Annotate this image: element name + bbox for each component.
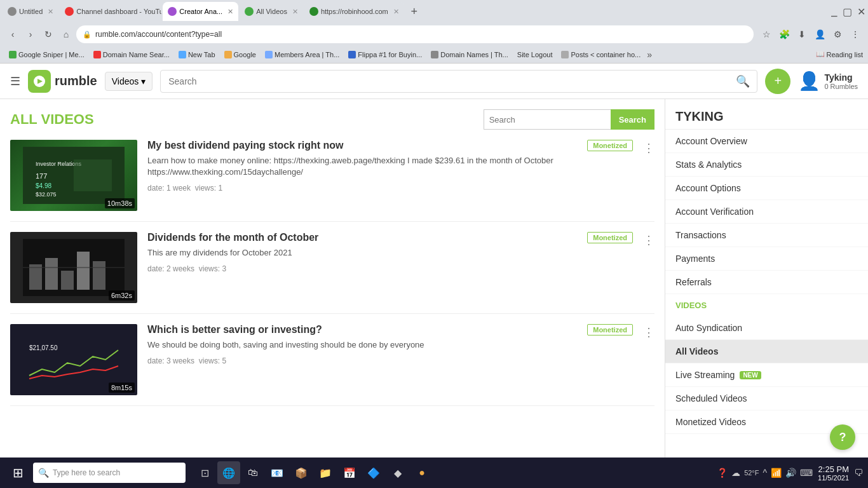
sidebar-item-account-overview[interactable]: Account Overview (665, 130, 868, 153)
video-title-2[interactable]: Dividends for the month of October (147, 232, 318, 243)
forward-button[interactable]: › (23, 27, 38, 42)
main-layout: ALL VIDEOS Search Investor Relations 177… (0, 99, 868, 488)
tab-close-creator[interactable]: ✕ (227, 8, 233, 16)
tab-close-robinhood[interactable]: ✕ (393, 8, 399, 16)
tab-robinhood[interactable]: https://robinhood.com ✕ (304, 2, 404, 21)
video-more-icon-3[interactable]: ⋮ (643, 327, 654, 338)
tab-creator-analytics[interactable]: Creator Ana... ✕ (163, 2, 238, 21)
notification-icon[interactable]: 🗨 (854, 468, 863, 478)
tab-untitled[interactable]: Untitled ✕ (3, 2, 58, 21)
volume-icon[interactable]: 🔊 (785, 468, 796, 478)
window-controls: ⎯ ▢ ✕ (831, 6, 865, 18)
taskbar-search[interactable]: 🔍 Type here to search (33, 463, 186, 483)
download-icon[interactable]: ⬇ (794, 27, 810, 42)
main-search-button[interactable]: 🔍 (729, 70, 757, 93)
extensions-icon[interactable]: 🧩 (776, 27, 792, 42)
upload-button[interactable]: + (765, 69, 790, 94)
windows-icon: ⊞ (13, 465, 24, 480)
tab-close-untitled[interactable]: ✕ (48, 8, 53, 16)
tab-close-all-videos[interactable]: ✕ (292, 8, 298, 16)
video-meta-2: date: 2 weeks views: 3 (147, 264, 226, 273)
taskbar-mail[interactable]: 📧 (266, 461, 288, 484)
taskbar-store[interactable]: 🛍 (241, 461, 264, 484)
video-thumbnail-1[interactable]: Investor Relations 177 $4.98 $32.075 10m… (10, 140, 137, 211)
more-icon[interactable]: ⋮ (848, 27, 863, 42)
home-button[interactable]: ⌂ (58, 27, 74, 42)
url-bar[interactable]: 🔒 rumble.com/account/content?type=all (76, 25, 754, 43)
taskbar-app-unknown2[interactable]: ◆ (386, 461, 409, 484)
bookmark-flippa[interactable]: Flippa #1 for Buyin... (344, 50, 426, 60)
sidebar-item-account-options[interactable]: Account Options (665, 177, 868, 200)
bookmark-site-logout[interactable]: Site Logout (513, 50, 557, 60)
taskbar-edge-browser[interactable]: 🌐 (217, 461, 240, 484)
bookmark-new-tab[interactable]: New Tab (175, 50, 219, 60)
video-card-2: 6m32s Dividends for the month of October… (10, 232, 654, 314)
keyboard-icon[interactable]: ⌨ (800, 468, 813, 478)
bookmark-google-sniper[interactable]: Google Sniper | Me... (5, 50, 88, 60)
network-icon[interactable]: 📶 (771, 468, 782, 478)
videos-dropdown[interactable]: Videos ▾ (105, 72, 153, 91)
settings-icon[interactable]: ⚙ (830, 27, 845, 42)
bookmark-domain-name[interactable]: Domain Name Sear... (90, 50, 173, 60)
taskbar-chrome[interactable]: ● (410, 461, 433, 484)
bookmark-star-icon[interactable]: ☆ (759, 27, 774, 42)
taskbar-app-unknown1[interactable]: 🔷 (362, 461, 385, 484)
sidebar-item-referrals[interactable]: Referrals (665, 271, 868, 294)
user-info[interactable]: 👤 Tyking 0 Rumbles (798, 71, 858, 92)
tab-all-videos[interactable]: All Videos ✕ (240, 2, 303, 21)
bookmark-members-area[interactable]: Members Area | Th... (261, 50, 343, 60)
browser-tab-bar: Untitled ✕ Channel dashboard - YouTu... … (0, 0, 868, 23)
video-thumbnail-3[interactable]: $21,07.50 8m15s (10, 324, 137, 395)
user-text: Tyking 0 Rumbles (824, 72, 858, 90)
start-button[interactable]: ⊞ (5, 460, 31, 485)
video-more-icon-2[interactable]: ⋮ (643, 234, 654, 246)
refresh-button[interactable]: ↻ (41, 27, 56, 42)
svg-text:$32.075: $32.075 (36, 191, 57, 198)
sidebar-item-all-videos[interactable]: All Videos (665, 340, 868, 363)
taskbar-dropbox[interactable]: 📦 (290, 461, 313, 484)
tab-youtube[interactable]: Channel dashboard - YouTu... ✕ (60, 2, 161, 21)
rumble-logo[interactable]: rumble (28, 70, 97, 93)
browser-actions: ☆ 🧩 ⬇ 👤 ⚙ ⋮ (759, 27, 863, 42)
main-search-bar[interactable]: 🔍 (160, 70, 757, 93)
maximize-btn[interactable]: ▢ (843, 6, 852, 18)
bookmark-google[interactable]: Google (220, 50, 260, 60)
back-button[interactable]: ‹ (5, 27, 20, 42)
bookmark-domain-names[interactable]: Domain Names | Th... (427, 50, 512, 60)
video-search-input[interactable] (484, 109, 611, 130)
chevron-up-icon[interactable]: ^ (763, 468, 767, 478)
main-search-input[interactable] (161, 76, 729, 86)
sidebar-item-account-verification[interactable]: Account Verification (665, 200, 868, 224)
minimize-btn[interactable]: ⎯ (831, 6, 837, 17)
close-btn[interactable]: ✕ (857, 6, 865, 18)
taskbar-task-view[interactable]: ⊡ (193, 461, 216, 484)
video-thumbnail-2[interactable]: 6m32s (10, 232, 137, 303)
video-search-bar: Search (484, 109, 654, 130)
video-desc-2: This are my dividends for October 2021 (147, 247, 633, 259)
bookmark-posts[interactable]: Posts < container ho... (557, 50, 644, 60)
video-title-1[interactable]: My best dividend paying stock right now (147, 140, 343, 151)
taskbar-pinned-apps: ⊡ 🌐 🛍 📧 📦 📁 📅 🔷 ◆ ● (193, 461, 433, 484)
reading-list-button[interactable]: 📖 Reading list (816, 50, 863, 58)
weather-icon[interactable]: ☁ (731, 468, 740, 478)
system-tray: ❓ ☁ 52°F ^ 📶 🔊 ⌨ (717, 468, 813, 478)
video-search-button[interactable]: Search (611, 109, 654, 130)
help-tray-icon[interactable]: ❓ (717, 468, 728, 478)
bookmarks-more-icon[interactable]: » (647, 50, 652, 60)
taskbar-calendar[interactable]: 📅 (338, 461, 361, 484)
help-button[interactable]: ? (830, 424, 855, 450)
hamburger-menu[interactable]: ☰ (10, 74, 20, 88)
sidebar-videos-menu: Auto Syndication All Videos Live Streami… (665, 316, 868, 434)
video-title-3[interactable]: Which is better saving or investing? (147, 324, 322, 336)
video-more-icon-1[interactable]: ⋮ (643, 142, 654, 154)
system-clock[interactable]: 2:25 PM 11/5/2021 (818, 464, 849, 482)
sidebar-item-payments[interactable]: Payments (665, 247, 868, 271)
sidebar-item-stats-analytics[interactable]: Stats & Analytics (665, 153, 868, 177)
sidebar-item-live-streaming[interactable]: Live Streaming NEW (665, 363, 868, 387)
sidebar-item-transactions[interactable]: Transactions (665, 224, 868, 247)
sidebar-item-scheduled-videos[interactable]: Scheduled Videos (665, 387, 868, 410)
new-tab-button[interactable]: + (405, 3, 423, 20)
profile-icon[interactable]: 👤 (812, 27, 827, 42)
sidebar-item-auto-syndication[interactable]: Auto Syndication (665, 316, 868, 340)
taskbar-files[interactable]: 📁 (314, 461, 337, 484)
